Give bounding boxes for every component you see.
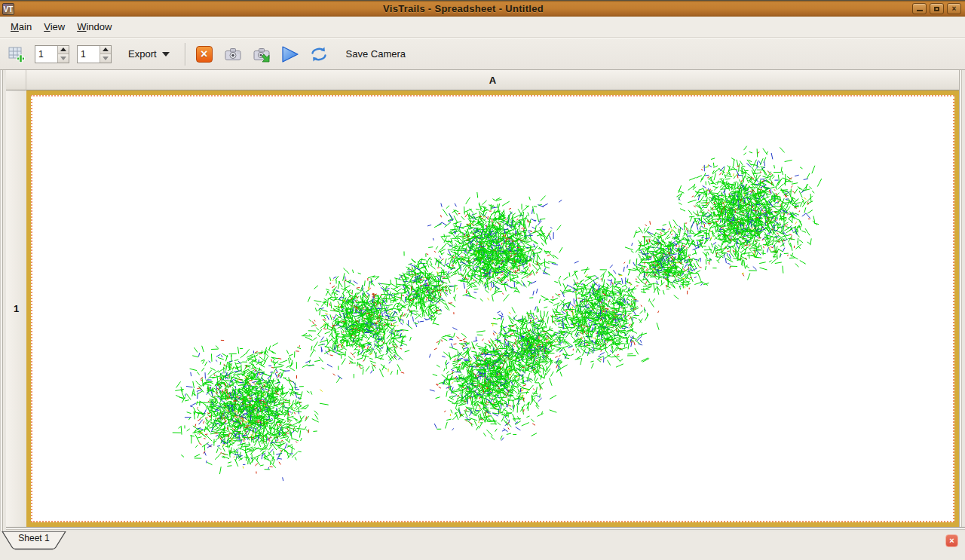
- delete-cell-button[interactable]: ×: [194, 44, 215, 65]
- window-title: VisTrails - Spreadsheet - Untitled: [14, 3, 912, 14]
- spreadsheet-area: A 1: [0, 70, 965, 531]
- refresh-icon: [310, 45, 328, 63]
- down-arrow-icon: [103, 57, 109, 60]
- column-header-a[interactable]: A: [26, 70, 959, 90]
- camera-export-icon: [253, 45, 271, 63]
- export-label: Export: [128, 48, 157, 60]
- status-area: [0, 550, 965, 560]
- menu-main[interactable]: Main: [5, 18, 38, 35]
- row-count-input[interactable]: [35, 46, 57, 63]
- copy-image-button[interactable]: [251, 44, 272, 65]
- row-count-spinner: [35, 45, 69, 63]
- row-count-down-button[interactable]: [58, 54, 69, 63]
- new-sheet-button[interactable]: [6, 44, 27, 65]
- play-icon: [280, 45, 300, 63]
- grid-plus-icon: [8, 45, 26, 63]
- titlebar: VT VisTrails - Spreadsheet - Untitled ×: [0, 0, 965, 17]
- vistrails-spreadsheet-window: VT VisTrails - Spreadsheet - Untitled × …: [0, 0, 965, 560]
- delete-x-icon: ×: [196, 46, 213, 63]
- play-button[interactable]: [280, 44, 301, 65]
- loop-button[interactable]: [308, 44, 329, 65]
- toolbar: Export ×: [0, 38, 965, 70]
- app-logo-icon: VT: [2, 3, 14, 15]
- row-header-1[interactable]: 1: [6, 90, 26, 527]
- camera-icon: [224, 45, 242, 63]
- col-count-spinner: [77, 45, 112, 63]
- chevron-down-icon: [162, 52, 170, 57]
- window-controls: ×: [912, 3, 961, 14]
- save-camera-button[interactable]: Save Camera: [340, 44, 412, 63]
- up-arrow-icon: [60, 47, 66, 51]
- maximize-button[interactable]: [930, 3, 944, 14]
- right-frame-strip: [959, 70, 965, 527]
- minimize-button[interactable]: [912, 3, 927, 14]
- down-arrow-icon: [60, 57, 66, 60]
- molecule-canvas[interactable]: [31, 95, 954, 522]
- menubar: MainViewWindow: [0, 17, 965, 38]
- maximize-icon: [934, 7, 939, 11]
- row-count-up-button[interactable]: [58, 46, 69, 54]
- column-header-label: A: [489, 75, 496, 86]
- col-count-input[interactable]: [78, 46, 100, 63]
- header-corner-cell[interactable]: [6, 70, 26, 90]
- tab-label: Sheet 1: [2, 533, 66, 543]
- close-icon: ×: [952, 5, 957, 13]
- up-arrow-icon: [103, 47, 109, 51]
- row-header-label: 1: [14, 303, 19, 314]
- export-button[interactable]: Export: [122, 44, 176, 63]
- cell-a1[interactable]: [31, 95, 954, 522]
- tabbar-close-button[interactable]: ×: [945, 534, 958, 547]
- menu-window[interactable]: Window: [71, 18, 118, 35]
- col-count-up-button[interactable]: [100, 46, 111, 54]
- left-frame-strip: [0, 70, 6, 531]
- menu-view[interactable]: View: [38, 18, 71, 35]
- toolbar-separator: [185, 43, 186, 66]
- tab-sheet-1[interactable]: Sheet 1: [2, 531, 66, 550]
- sheet-tabbar: Sheet 1 ×: [0, 531, 965, 550]
- col-count-down-button[interactable]: [100, 54, 111, 63]
- snapshot-button[interactable]: [222, 44, 244, 65]
- minimize-icon: [917, 10, 923, 11]
- close-button[interactable]: ×: [947, 3, 961, 14]
- cell-a1-border: [26, 90, 959, 527]
